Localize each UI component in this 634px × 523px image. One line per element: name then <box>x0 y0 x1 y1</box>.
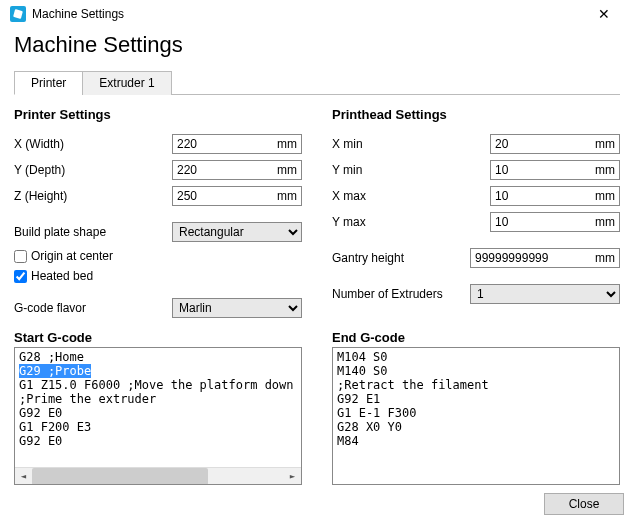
z-height-unit: mm <box>273 189 301 203</box>
x-min-input[interactable] <box>491 135 591 153</box>
num-extruders-label: Number of Extruders <box>332 287 470 301</box>
start-gcode-textarea[interactable]: G28 ;HomeG29 ;ProbeG1 Z15.0 F6000 ;Move … <box>14 347 302 485</box>
z-height-label: Z (Height) <box>14 189 172 203</box>
x-width-input[interactable] <box>173 135 273 153</box>
start-gcode-hscrollbar[interactable]: ◄ ► <box>15 467 301 484</box>
gantry-height-unit: mm <box>591 251 619 265</box>
num-extruders-select[interactable]: 1 <box>470 284 620 304</box>
x-width-label: X (Width) <box>14 137 172 151</box>
x-max-label: X max <box>332 189 490 203</box>
x-min-label: X min <box>332 137 490 151</box>
page-title: Machine Settings <box>14 32 620 58</box>
scroll-thumb[interactable] <box>32 468 208 485</box>
y-min-input[interactable] <box>491 161 591 179</box>
tabs: Printer Extruder 1 <box>14 70 620 95</box>
gantry-height-label: Gantry height <box>332 251 470 265</box>
gcode-flavor-select[interactable]: Marlin <box>172 298 302 318</box>
y-max-unit: mm <box>591 215 619 229</box>
app-icon <box>10 6 26 22</box>
end-gcode-title: End G-code <box>332 330 620 345</box>
x-max-unit: mm <box>591 189 619 203</box>
tab-printer[interactable]: Printer <box>14 71 83 95</box>
x-max-input[interactable] <box>491 187 591 205</box>
build-plate-shape-select[interactable]: Rectangular <box>172 222 302 242</box>
x-min-unit: mm <box>591 137 619 151</box>
build-plate-shape-label: Build plate shape <box>14 225 172 239</box>
printer-settings-title: Printer Settings <box>14 107 302 122</box>
z-height-input[interactable] <box>173 187 273 205</box>
origin-at-center-checkbox[interactable] <box>14 250 27 263</box>
heated-bed-checkbox[interactable] <box>14 270 27 283</box>
heated-bed-label: Heated bed <box>31 269 93 283</box>
y-max-label: Y max <box>332 215 490 229</box>
y-max-input[interactable] <box>491 213 591 231</box>
gantry-height-input[interactable] <box>471 249 591 267</box>
titlebar: Machine Settings ✕ <box>0 0 634 28</box>
y-depth-label: Y (Depth) <box>14 163 172 177</box>
tab-extruder-1[interactable]: Extruder 1 <box>82 71 171 95</box>
end-gcode-textarea[interactable]: M104 S0M140 S0;Retract the filamentG92 E… <box>332 347 620 485</box>
scroll-right-icon[interactable]: ► <box>284 468 301 485</box>
y-min-unit: mm <box>591 163 619 177</box>
x-width-unit: mm <box>273 137 301 151</box>
start-gcode-title: Start G-code <box>14 330 302 345</box>
printhead-settings-title: Printhead Settings <box>332 107 620 122</box>
origin-at-center-label: Origin at center <box>31 249 113 263</box>
scroll-left-icon[interactable]: ◄ <box>15 468 32 485</box>
gcode-flavor-label: G-code flavor <box>14 301 172 315</box>
window-title: Machine Settings <box>32 7 124 21</box>
y-min-label: Y min <box>332 163 490 177</box>
close-icon[interactable]: ✕ <box>584 6 624 22</box>
y-depth-unit: mm <box>273 163 301 177</box>
close-button[interactable]: Close <box>544 493 624 515</box>
y-depth-input[interactable] <box>173 161 273 179</box>
